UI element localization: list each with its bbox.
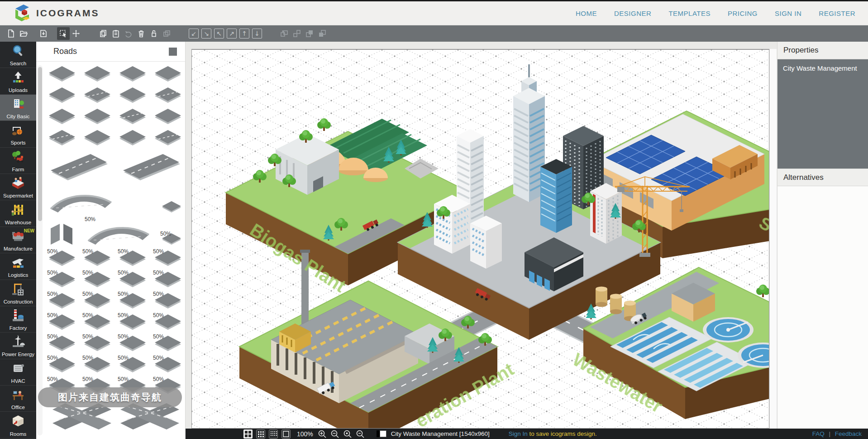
road-tile-wall[interactable]	[47, 221, 77, 247]
road-tile-flat[interactable]: 50%	[118, 356, 148, 375]
send-to-back-button[interactable]	[316, 27, 329, 40]
road-tile-flatm[interactable]	[82, 87, 112, 106]
road-tile-flat[interactable]	[153, 65, 183, 84]
road-tile-flat[interactable]: 50%	[118, 271, 148, 290]
zoom-fit-icon[interactable]	[356, 429, 365, 439]
grid-large-toggle[interactable]	[243, 429, 253, 439]
road-tile-wide[interactable]	[119, 150, 183, 183]
design-canvas[interactable]: Biogas Plant eration Plant Wastewater So…	[191, 49, 769, 429]
road-tile-flat[interactable]	[118, 65, 148, 84]
move-tool-button[interactable]	[70, 27, 82, 40]
road-tile-flat[interactable]: 50%	[82, 292, 112, 311]
road-tile-flat[interactable]: 50%	[47, 250, 77, 269]
canvas-vertical-scrollbar[interactable]	[769, 49, 777, 429]
road-tile-flat[interactable]: 50%	[118, 292, 148, 311]
align-top-left-button[interactable]: ↖	[214, 29, 224, 39]
road-tile-small[interactable]	[160, 200, 183, 215]
road-tile-flat[interactable]: 50%	[118, 250, 148, 269]
nav-home[interactable]: HOME	[576, 10, 597, 17]
sidebar-item-logistics[interactable]: Logistics	[0, 253, 36, 280]
background-color-swatch-dark[interactable]	[377, 430, 380, 437]
road-tile-flat[interactable]: 50%	[47, 335, 77, 354]
road-tile-flat[interactable]: 50%	[153, 250, 183, 269]
sidebar-item-uploads[interactable]: Uploads	[0, 68, 36, 94]
road-tile-flat[interactable]: 50%	[82, 250, 112, 269]
road-tile-flat[interactable]	[82, 129, 112, 148]
faq-link[interactable]: FAQ	[812, 430, 825, 437]
align-top-right-button[interactable]: ↗	[227, 29, 237, 39]
sidebar-item-city-basic[interactable]: City Basic	[0, 95, 36, 121]
road-tile-flat[interactable]	[82, 108, 112, 127]
road-tile-flat[interactable]: 50%	[82, 271, 112, 290]
road-tile-flat[interactable]: 50%	[153, 314, 183, 333]
road-tile-small[interactable]: 50%	[160, 232, 183, 247]
road-tile-flat[interactable]	[47, 108, 77, 127]
road-tile-flat[interactable]: 50%	[153, 292, 183, 311]
paste-button[interactable]	[110, 27, 122, 40]
sidebar-item-sports[interactable]: Sports	[0, 121, 36, 147]
grid-off-toggle[interactable]	[281, 429, 291, 439]
sidebar-item-manufacture[interactable]: ManufactureNEW	[0, 227, 36, 253]
road-tile-flatm[interactable]	[153, 129, 183, 148]
sidebar-item-search[interactable]: Search	[0, 42, 36, 68]
road-tile-flatm[interactable]	[118, 108, 148, 127]
library-scrollbar-thumb[interactable]	[38, 67, 42, 221]
lock-button[interactable]	[148, 27, 160, 40]
selected-object-name[interactable]: City Waste Management	[777, 59, 868, 169]
road-tile-flat[interactable]	[82, 65, 112, 84]
road-tile-flat[interactable]: 50%	[118, 335, 148, 354]
select-tool-button[interactable]	[57, 27, 70, 40]
background-color-swatch[interactable]	[380, 430, 386, 437]
align-bottom-right-button[interactable]: ↘	[201, 29, 211, 39]
new-document-button[interactable]	[5, 27, 17, 40]
zoom-reset-icon[interactable]	[343, 429, 352, 439]
nav-templates[interactable]: TEMPLATES	[668, 10, 711, 17]
copy-button[interactable]	[97, 27, 110, 40]
road-tile-flat[interactable]: 50%	[47, 356, 77, 375]
library-collapse-button[interactable]	[169, 48, 177, 56]
road-tile-flat[interactable]	[118, 87, 148, 106]
delete-button[interactable]	[135, 27, 148, 40]
library-scrollbar[interactable]	[37, 65, 43, 435]
road-tile-flat[interactable]: 50%	[82, 314, 112, 333]
sign-in-link[interactable]: Sign In	[509, 430, 528, 437]
grid-fine-toggle[interactable]	[269, 429, 278, 439]
road-tile-flat[interactable]: 50%	[153, 356, 183, 375]
sidebar-item-farm[interactable]: Farm	[0, 148, 36, 174]
road-tile-flat[interactable]	[118, 129, 148, 148]
undo-button[interactable]	[122, 27, 135, 40]
road-tile-flat[interactable]: 50%	[153, 271, 183, 290]
feedback-link[interactable]: Feedback	[835, 430, 862, 437]
road-tile-flatm[interactable]	[153, 87, 183, 106]
sidebar-item-hvac[interactable]: HVAC	[0, 359, 36, 386]
ungroup-button[interactable]	[291, 27, 303, 40]
road-tile-flat[interactable]: 50%	[47, 292, 77, 311]
align-bottom-left-button[interactable]: ↙	[189, 29, 199, 39]
zoom-in-icon[interactable]	[318, 429, 327, 439]
road-tile-bridge[interactable]: 50%	[85, 217, 153, 247]
group-button[interactable]	[278, 27, 291, 40]
sidebar-item-rooms[interactable]: Rooms	[0, 412, 36, 438]
nav-pricing[interactable]: PRICING	[728, 10, 758, 17]
sidebar-item-office[interactable]: Office	[0, 386, 36, 412]
save-download-button[interactable]	[37, 27, 50, 40]
road-tile-flat[interactable]	[47, 87, 77, 106]
road-tile-bridge[interactable]	[47, 185, 115, 215]
road-tile-flat[interactable]: 50%	[47, 271, 77, 290]
road-tile-flat[interactable]: 50%	[153, 335, 183, 354]
open-file-button[interactable]	[17, 27, 30, 40]
move-up-button[interactable]: ↑	[239, 29, 249, 39]
move-down-button[interactable]: ↓	[252, 29, 262, 39]
zoom-out-icon[interactable]	[330, 429, 339, 439]
brand[interactable]: ICOGRAMS	[0, 3, 100, 23]
sidebar-item-supermarket[interactable]: Supermarket	[0, 174, 36, 200]
road-tile-flat[interactable]: 50%	[82, 356, 112, 375]
road-tile-flat[interactable]: 50%	[47, 314, 77, 333]
road-tile-flat[interactable]: 50%	[82, 335, 112, 354]
bring-to-front-button[interactable]	[303, 27, 316, 40]
road-tile-wide[interactable]	[47, 150, 110, 183]
sidebar-item-power-energy[interactable]: Power Energy	[0, 333, 36, 359]
sidebar-item-construction[interactable]: Construction	[0, 280, 36, 306]
road-tile-flatm[interactable]	[47, 129, 77, 148]
nav-sign-in[interactable]: SIGN IN	[775, 10, 801, 17]
